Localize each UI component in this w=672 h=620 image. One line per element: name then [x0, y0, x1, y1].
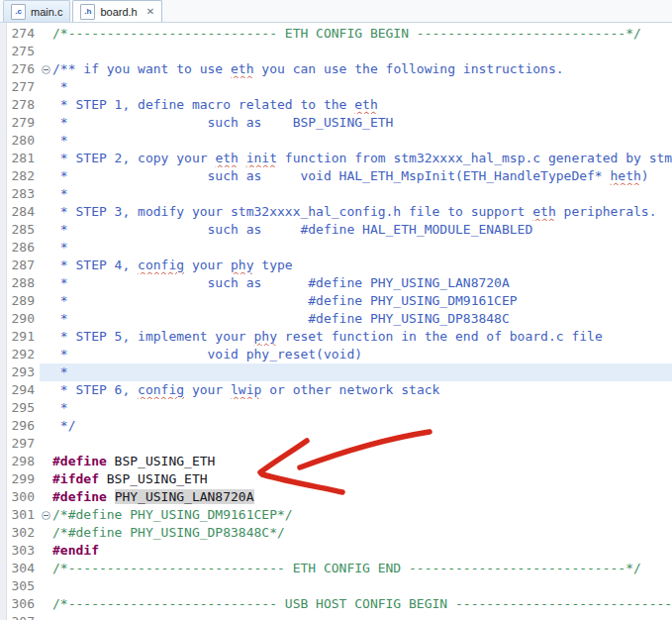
- h-file-icon: .h: [80, 4, 95, 20]
- code-text: /*--------------------------- ETH CONFIG…: [52, 25, 672, 43]
- code-line: 284 * STEP 3, modify your stm32xxxx_hal_…: [0, 203, 672, 221]
- fold-gutter: [40, 310, 52, 328]
- code-text: /*---------------------------- ETH CONFI…: [52, 560, 672, 577]
- code-area: 274/*--------------------------- ETH CON…: [0, 25, 672, 620]
- code-line: 285 * such as #define HAL_ETH_MODULE_ENA…: [0, 221, 672, 239]
- fold-gutter: [40, 417, 52, 435]
- fold-gutter: [40, 221, 52, 239]
- fold-gutter: [40, 96, 52, 114]
- code-text: * such as void HAL_ETH_MspInit(ETH_Handl…: [52, 167, 672, 185]
- code-text: * such as #define PHY_USING_LAN8720A: [52, 274, 672, 292]
- code-text: * STEP 5, implement your phy reset funct…: [52, 328, 672, 346]
- code-text: * STEP 6, config your lwip or other netw…: [52, 381, 672, 399]
- code-line: 289 * #define PHY_USING_DM9161CEP: [0, 292, 672, 310]
- code-line: 292 * void phy_reset(void): [0, 346, 672, 363]
- fold-gutter[interactable]: [40, 60, 52, 78]
- fold-gutter: [40, 78, 52, 96]
- fold-gutter: [40, 470, 52, 488]
- code-text: [52, 43, 672, 60]
- code-line: 305: [0, 577, 672, 595]
- fold-gutter: [40, 150, 52, 167]
- code-line: 302/*#define PHY_USING_DP83848C*/: [0, 524, 672, 542]
- code-text: /*#define PHY_USING_DM9161CEP*/: [52, 506, 672, 524]
- tab-main-c[interactable]: .c main.c: [3, 0, 70, 22]
- fold-gutter: [40, 399, 52, 417]
- fold-gutter: [40, 114, 52, 132]
- code-text: #ifdef BSP_USING_ETH: [52, 470, 672, 488]
- code-text: * #define PHY_USING_DP83848C: [52, 310, 672, 328]
- code-line: 286 *: [0, 239, 672, 257]
- fold-gutter: [40, 328, 52, 346]
- fold-gutter: [40, 613, 52, 620]
- code-text: * STEP 1, define macro related to the et…: [52, 96, 672, 114]
- fold-gutter: [40, 185, 52, 203]
- code-text: * STEP 4, config your phy type: [52, 257, 672, 274]
- annotation-ruler: [0, 23, 7, 620]
- code-text: * void phy_reset(void): [52, 346, 672, 363]
- tab-label: main.c: [31, 6, 62, 18]
- collapse-minus-icon[interactable]: [42, 65, 50, 74]
- code-line: 279 * such as BSP_USING_ETH: [0, 114, 672, 132]
- code-text: * STEP 2, copy your eth init function fr…: [52, 150, 672, 167]
- code-line: 283 *: [0, 185, 672, 203]
- fold-gutter: [40, 560, 52, 577]
- fold-gutter: [40, 346, 52, 363]
- fold-gutter: [40, 363, 52, 381]
- code-line: 300#define PHY_USING_LAN8720A: [0, 488, 672, 506]
- code-line: 278 * STEP 1, define macro related to th…: [0, 96, 672, 114]
- fold-gutter: [40, 577, 52, 595]
- fold-gutter: [40, 488, 52, 506]
- fold-gutter: [40, 292, 52, 310]
- tab-board-h[interactable]: .h board.h ✕: [72, 0, 162, 22]
- occurrence-highlight: PHY_USING_LAN8720A: [115, 489, 254, 504]
- code-text: *: [52, 78, 672, 96]
- fold-gutter: [40, 43, 52, 60]
- code-line: 306/*--------------------------- USB HOS…: [0, 595, 672, 613]
- code-line: 288 * such as #define PHY_USING_LAN8720A: [0, 274, 672, 292]
- code-line: 282 * such as void HAL_ETH_MspInit(ETH_H…: [0, 167, 672, 185]
- code-text: *: [52, 363, 672, 381]
- code-line: 303#endif: [0, 542, 672, 560]
- c-file-icon: .c: [11, 4, 26, 20]
- code-line: 287 * STEP 4, config your phy type: [0, 257, 672, 274]
- code-line: 301/*#define PHY_USING_DM9161CEP*/: [0, 506, 672, 524]
- code-line: 299#ifdef BSP_USING_ETH: [0, 470, 672, 488]
- fold-gutter: [40, 25, 52, 43]
- code-text: *: [52, 239, 672, 257]
- code-text: *: [52, 132, 672, 150]
- fold-gutter: [40, 167, 52, 185]
- code-text: #endif: [52, 542, 672, 560]
- code-text: *: [52, 185, 672, 203]
- code-line: 298#define BSP_USING_ETH: [0, 453, 672, 470]
- code-text: * such as #define HAL_ETH_MODULE_ENABLED: [52, 221, 672, 239]
- code-line: 304/*---------------------------- ETH CO…: [0, 560, 672, 577]
- fold-gutter: [40, 381, 52, 399]
- fold-gutter: [40, 595, 52, 613]
- code-text: /** if you want to use eth you can use t…: [52, 60, 672, 78]
- code-line: 280 *: [0, 132, 672, 150]
- code-text: #define BSP_USING_ETH: [52, 453, 672, 470]
- collapse-minus-icon[interactable]: [42, 511, 50, 520]
- code-text: *: [52, 399, 672, 417]
- code-line: 275: [0, 43, 672, 60]
- code-text: /*--------------------------- USB HOST C…: [52, 595, 672, 613]
- close-tab-icon[interactable]: ✕: [146, 7, 154, 17]
- code-editor[interactable]: 274/*--------------------------- ETH CON…: [0, 23, 672, 620]
- code-text: [52, 577, 672, 595]
- fold-gutter[interactable]: [40, 506, 52, 524]
- code-text: /*#define PHY_USING_DP83848C*/: [52, 524, 672, 542]
- code-line: 297: [0, 435, 672, 453]
- editor-tab-bar: .c main.c .h board.h ✕: [0, 0, 672, 23]
- fold-gutter: [40, 524, 52, 542]
- code-line: 307: [0, 613, 672, 620]
- fold-gutter: [40, 274, 52, 292]
- code-line: 295 *: [0, 399, 672, 417]
- code-line: 296 */: [0, 417, 672, 435]
- code-line: 290 * #define PHY_USING_DP83848C: [0, 310, 672, 328]
- tab-label: board.h: [100, 6, 137, 18]
- fold-gutter: [40, 239, 52, 257]
- fold-gutter: [40, 453, 52, 470]
- code-text: [52, 435, 672, 453]
- fold-gutter: [40, 542, 52, 560]
- code-line: 276/** if you want to use eth you can us…: [0, 60, 672, 78]
